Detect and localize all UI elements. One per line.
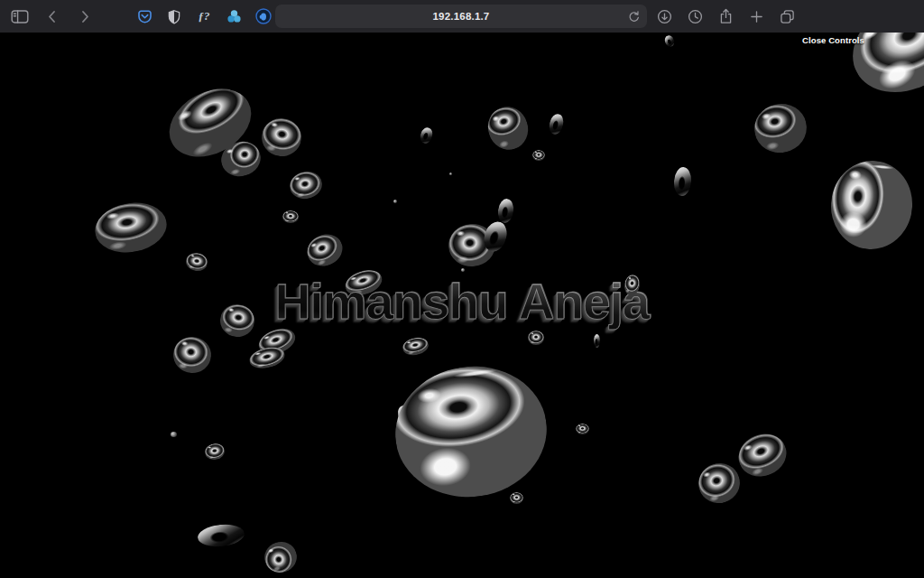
gui-close-controls-button[interactable]: Close Controls: [802, 35, 864, 45]
reload-icon: [627, 10, 641, 23]
pinwheel-icon: [226, 9, 242, 24]
pocket-icon: [137, 9, 152, 24]
torus-field-front-layer: [0, 33, 924, 578]
new-tab-button[interactable]: [745, 5, 767, 27]
extension-font-query-button[interactable]: ƒ?: [193, 5, 215, 27]
plus-icon: [750, 10, 763, 23]
chevron-right-icon: [79, 10, 91, 23]
share-icon: [718, 8, 734, 24]
history-button[interactable]: [684, 5, 706, 27]
webgl-canvas[interactable]: Himanshu Aneja Himanshu Aneja Close Cont…: [0, 33, 924, 578]
forward-button[interactable]: [74, 5, 96, 27]
back-button[interactable]: [42, 5, 63, 27]
tab-overview-button[interactable]: [776, 5, 798, 27]
clock-icon: [688, 9, 703, 24]
download-icon: [657, 9, 672, 24]
downloads-button[interactable]: [653, 5, 675, 27]
extension-pinwheel-button[interactable]: [223, 5, 245, 27]
tab-overview-icon: [780, 9, 795, 24]
browser-toolbar: ƒ? 192.168.1.7: [0, 0, 924, 33]
shield-icon: [167, 9, 181, 24]
sidebar-icon: [11, 9, 29, 24]
extension-pocket-button[interactable]: [134, 5, 155, 27]
address-bar[interactable]: 192.168.1.7: [275, 5, 647, 28]
extension-shield-button[interactable]: [163, 5, 185, 27]
share-button[interactable]: [715, 5, 736, 27]
url-text: 192.168.1.7: [433, 11, 490, 22]
hand-icon: [255, 8, 272, 24]
chevron-left-icon: [46, 10, 59, 23]
reload-button[interactable]: [624, 8, 642, 24]
extension-hand-blocker-button[interactable]: [253, 5, 274, 27]
sidebar-toggle-button[interactable]: [9, 5, 31, 27]
torus-ring: [623, 273, 642, 296]
font-query-icon: ƒ?: [199, 9, 210, 23]
